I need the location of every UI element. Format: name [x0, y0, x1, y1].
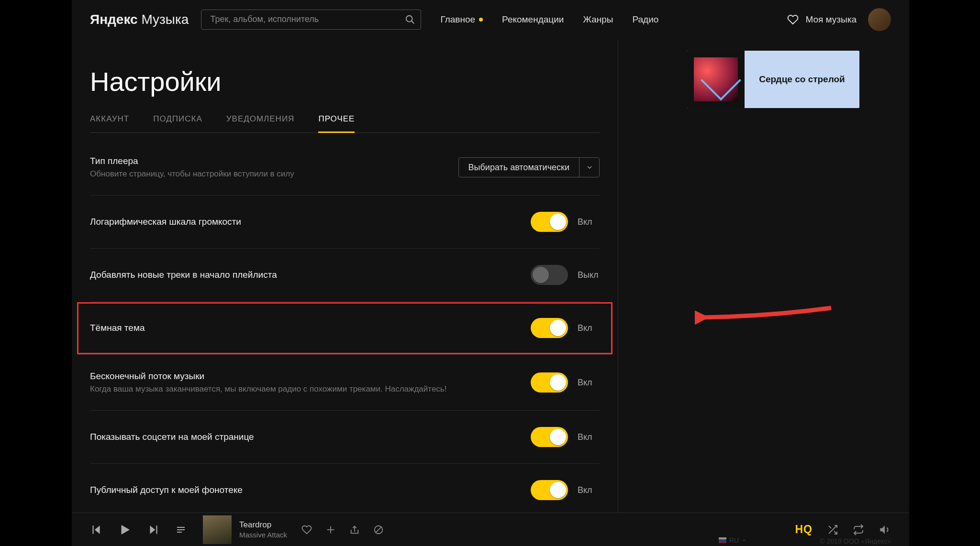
row-player-type: Тип плеера Обновите страницу, чтобы наст…: [90, 133, 600, 196]
next-icon[interactable]: [147, 524, 160, 536]
toggle-state: Вкл: [578, 217, 600, 227]
svg-marker-5: [150, 525, 155, 534]
svg-marker-4: [122, 525, 130, 535]
shuffle-icon[interactable]: [827, 524, 838, 535]
nav-main[interactable]: Главное: [440, 14, 483, 25]
row-log-volume: Логарифмическая шкала громкости Вкл: [90, 196, 600, 249]
search-input[interactable]: [201, 10, 421, 30]
logo[interactable]: Яндекс Музыка: [90, 12, 189, 27]
queue-icon[interactable]: [175, 524, 187, 535]
promo-artwork: [687, 51, 745, 108]
row-title: Показывать соцсети на моей странице: [90, 432, 254, 442]
svg-line-1: [412, 21, 414, 23]
track-cover[interactable]: [203, 515, 232, 544]
toggle-state: Выкл: [578, 270, 600, 280]
prev-icon[interactable]: [90, 524, 102, 536]
nav-recs[interactable]: Рекомендации: [502, 14, 564, 25]
top-nav: Главное Рекомендации Жанры Радио: [440, 14, 658, 25]
logo-word-1: Яндекс: [90, 12, 138, 27]
volume-icon[interactable]: [879, 524, 891, 536]
side-panel: Сердце со стрелой: [618, 39, 909, 513]
repeat-icon[interactable]: [853, 524, 864, 535]
svg-marker-2: [95, 525, 100, 534]
header: Яндекс Музыка Главное Рекомендации Жанры…: [72, 0, 909, 39]
row-subtitle: Когда ваша музыка заканчивается, мы вклю…: [90, 384, 446, 394]
toggle-add-start[interactable]: [531, 265, 568, 285]
search-icon[interactable]: [405, 14, 415, 25]
heart-icon[interactable]: [787, 14, 799, 25]
add-icon[interactable]: [325, 524, 336, 535]
svg-rect-20: [719, 539, 726, 541]
svg-point-0: [406, 15, 412, 22]
share-icon[interactable]: [349, 524, 360, 535]
hq-badge[interactable]: HQ: [795, 523, 813, 536]
block-icon[interactable]: [373, 524, 384, 535]
svg-rect-19: [719, 537, 726, 539]
tab-notifications[interactable]: УВЕДОМЛЕНИЯ: [226, 114, 295, 132]
row-add-start: Добавлять новые треки в начало плейлиста…: [90, 249, 600, 302]
row-public-lib: Публичный доступ к моей фонотеке Вкл: [90, 464, 600, 513]
row-dark-theme: Тёмная тема Вкл: [77, 302, 613, 355]
toggle-state: Вкл: [578, 378, 600, 388]
row-title: Бесконечный поток музыки: [90, 371, 446, 382]
track-artist[interactable]: Massive Attack: [239, 531, 287, 539]
row-title: Логарифмическая шкала громкости: [90, 217, 241, 227]
toggle-infinite[interactable]: [531, 372, 568, 393]
row-socials: Показывать соцсети на моей странице Вкл: [90, 411, 600, 464]
chevron-down-icon: [579, 158, 599, 177]
promo-text: Сердце со стрелой: [745, 51, 859, 108]
toggle-dark-theme[interactable]: [531, 318, 568, 338]
row-title: Публичный доступ к моей фонотеке: [90, 485, 243, 495]
player-type-select[interactable]: Выбирать автоматически: [458, 157, 600, 177]
tab-account[interactable]: АККАУНТ: [90, 114, 129, 132]
row-infinite: Бесконечный поток музыки Когда ваша музы…: [90, 355, 600, 411]
toggle-log-volume[interactable]: [531, 212, 568, 232]
row-subtitle: Обновите страницу, чтобы настройки вступ…: [90, 169, 294, 179]
svg-line-17: [829, 526, 831, 528]
player-bar: Teardrop Massive Attack HQ RU: [72, 513, 909, 546]
toggle-state: Вкл: [578, 432, 600, 442]
toggle-state: Вкл: [578, 323, 600, 333]
toggle-state: Вкл: [578, 485, 600, 495]
avatar[interactable]: [868, 8, 891, 31]
row-title: Тип плеера: [90, 156, 294, 166]
nav-genres[interactable]: Жанры: [583, 14, 613, 25]
svg-marker-18: [880, 525, 885, 534]
svg-line-14: [376, 526, 382, 533]
search-wrap: [201, 10, 421, 30]
settings-main: Настройки АККАУНТ ПОДПИСКА УВЕДОМЛЕНИЯ П…: [72, 39, 618, 513]
lang-selector[interactable]: RU: [719, 536, 746, 544]
select-value: Выбирать автоматически: [459, 163, 579, 173]
track-title[interactable]: Teardrop: [239, 520, 287, 530]
settings-tabs: АККАУНТ ПОДПИСКА УВЕДОМЛЕНИЯ ПРОЧЕЕ: [90, 114, 600, 133]
my-music-link[interactable]: Моя музыка: [805, 14, 857, 25]
copyright: © 2019 ООО «Яндекс»: [820, 537, 891, 545]
svg-rect-6: [156, 525, 157, 534]
page-title: Настройки: [90, 66, 600, 97]
toggle-socials[interactable]: [531, 427, 568, 447]
row-title: Добавлять новые треки в начало плейлиста: [90, 270, 277, 280]
logo-word-2: Музыка: [141, 12, 189, 27]
lang-code: RU: [729, 536, 739, 544]
nav-radio[interactable]: Радио: [632, 14, 658, 25]
row-title: Тёмная тема: [90, 323, 145, 333]
toggle-public-lib[interactable]: [531, 480, 568, 500]
svg-rect-3: [92, 525, 93, 534]
tab-subscription[interactable]: ПОДПИСКА: [153, 114, 202, 132]
tab-other[interactable]: ПРОЧЕЕ: [318, 114, 355, 132]
promo-card[interactable]: Сердце со стрелой: [687, 51, 859, 108]
like-icon[interactable]: [301, 524, 312, 535]
play-icon[interactable]: [118, 523, 132, 537]
svg-rect-21: [719, 541, 726, 543]
